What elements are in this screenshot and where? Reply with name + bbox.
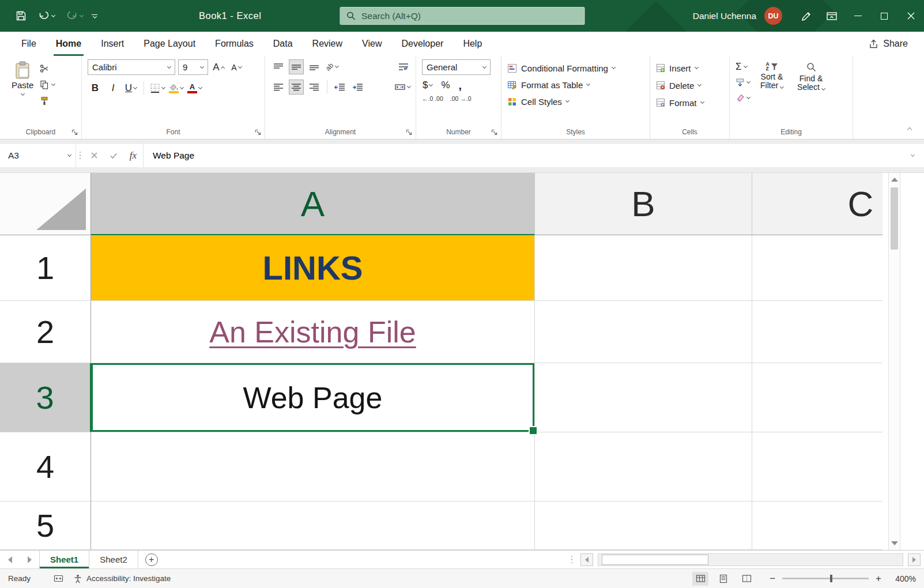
cell-styles-button[interactable]: Cell Styles: [507, 95, 645, 108]
percent-style-button[interactable]: %: [440, 79, 450, 92]
clear-button[interactable]: [736, 92, 750, 104]
borders-button[interactable]: [149, 81, 165, 96]
zoom-in-button[interactable]: +: [876, 573, 881, 585]
scroll-up-icon[interactable]: [891, 178, 898, 182]
cell-A3-active[interactable]: Web Page: [91, 363, 535, 432]
close-button[interactable]: [897, 0, 924, 32]
next-sheet-button[interactable]: [20, 551, 39, 568]
orientation-button[interactable]: ab: [325, 59, 340, 74]
underline-button[interactable]: U: [123, 81, 138, 96]
bold-button[interactable]: B: [88, 81, 103, 96]
column-header-C[interactable]: C: [752, 173, 882, 235]
accounting-format-button[interactable]: $: [422, 79, 433, 92]
tab-page-layout[interactable]: Page Layout: [134, 32, 205, 56]
cut-button[interactable]: [39, 62, 55, 75]
column-header-B[interactable]: B: [535, 173, 752, 235]
insert-cells-button[interactable]: Insert: [656, 62, 725, 74]
horizontal-scroll-left-button[interactable]: [580, 553, 593, 566]
maximize-button[interactable]: [871, 0, 897, 32]
row-header-4[interactable]: 4: [0, 432, 91, 502]
splitter-dots-icon[interactable]: [568, 556, 576, 564]
font-family-combo[interactable]: Calibri: [88, 59, 175, 75]
tab-file[interactable]: File: [12, 32, 46, 56]
cell-C4[interactable]: [752, 432, 882, 502]
number-dialog-launcher[interactable]: [491, 129, 497, 135]
tab-developer[interactable]: Developer: [391, 32, 453, 56]
cell-C3[interactable]: [752, 363, 882, 432]
pen-icon[interactable]: [794, 0, 819, 32]
accessibility-status[interactable]: Accessibility: Investigate: [73, 574, 171, 583]
cell-C5[interactable]: [752, 502, 882, 550]
vertical-scrollbar-thumb[interactable]: [891, 187, 898, 250]
scroll-down-icon[interactable]: [891, 541, 898, 545]
cell-C2[interactable]: [752, 301, 882, 363]
avatar[interactable]: DU: [764, 7, 782, 25]
select-all-corner[interactable]: [0, 173, 91, 235]
minimize-button[interactable]: [844, 0, 871, 32]
redo-button[interactable]: [63, 9, 86, 23]
align-right-button[interactable]: [307, 80, 322, 95]
row-header-2[interactable]: 2: [0, 301, 91, 363]
clipboard-dialog-launcher[interactable]: [71, 129, 78, 135]
zoom-slider[interactable]: [782, 578, 869, 579]
conditional-formatting-button[interactable]: Conditional Formatting: [507, 62, 645, 74]
ribbon-display-options-icon[interactable]: [819, 0, 844, 32]
autosum-button[interactable]: Σ: [736, 61, 750, 73]
wrap-text-button[interactable]: [396, 59, 411, 74]
expand-formula-bar-button[interactable]: [901, 144, 924, 167]
decrease-decimal-button[interactable]: .00 →.0: [450, 95, 472, 102]
collapse-ribbon-button[interactable]: [908, 123, 911, 134]
tab-data[interactable]: Data: [263, 32, 303, 56]
alignment-dialog-launcher[interactable]: [406, 129, 412, 135]
font-color-button[interactable]: A: [187, 81, 202, 96]
increase-decimal-button[interactable]: ←.0 .00: [422, 95, 443, 102]
align-left-button[interactable]: [271, 80, 286, 95]
italic-button[interactable]: I: [105, 81, 120, 96]
tab-review[interactable]: Review: [303, 32, 352, 56]
sheet-tab-sheet1[interactable]: Sheet1: [39, 551, 89, 568]
formula-input-area[interactable]: [143, 144, 901, 167]
bottom-align-button[interactable]: [307, 59, 322, 74]
enter-button[interactable]: [104, 144, 123, 167]
vertical-scrollbar[interactable]: [888, 173, 900, 550]
cell-A4[interactable]: [91, 432, 535, 502]
comma-style-button[interactable]: ,: [458, 79, 463, 92]
insert-function-button[interactable]: fx: [123, 144, 143, 167]
cell-B4[interactable]: [535, 432, 752, 502]
name-box[interactable]: [0, 144, 76, 167]
previous-sheet-button[interactable]: [0, 551, 20, 568]
horizontal-scroll-right-button[interactable]: [908, 553, 921, 566]
cancel-button[interactable]: [84, 144, 104, 167]
format-cells-button[interactable]: Format: [656, 96, 725, 109]
font-size-combo[interactable]: 9: [178, 59, 208, 75]
sheet-tab-sheet2[interactable]: Sheet2: [89, 551, 138, 568]
customize-quick-access-toolbar-button[interactable]: [92, 14, 97, 18]
tab-home[interactable]: Home: [46, 32, 91, 56]
find-select-button[interactable]: Find & Select: [794, 61, 828, 124]
font-dialog-launcher[interactable]: [255, 129, 261, 135]
save-icon[interactable]: [13, 8, 29, 24]
column-header-A[interactable]: A: [91, 173, 535, 235]
formula-input[interactable]: [144, 150, 901, 161]
zoom-level[interactable]: 400%: [888, 574, 916, 583]
normal-view-button[interactable]: [692, 572, 708, 586]
tab-view[interactable]: View: [352, 32, 391, 56]
tab-insert[interactable]: Insert: [91, 32, 134, 56]
copy-button[interactable]: [39, 78, 55, 91]
horizontal-scrollbar[interactable]: [598, 553, 903, 566]
row-header-1[interactable]: 1: [0, 235, 91, 301]
fill-button[interactable]: [736, 76, 750, 89]
search-box[interactable]: [340, 7, 584, 25]
decrease-font-size-button[interactable]: A: [229, 60, 244, 75]
increase-indent-button[interactable]: [350, 80, 365, 95]
format-painter-button[interactable]: [39, 95, 55, 107]
cell-B1[interactable]: [535, 235, 752, 301]
cell-B2[interactable]: [535, 301, 752, 363]
row-header-5[interactable]: 5: [0, 502, 91, 550]
zoom-out-button[interactable]: −: [770, 573, 775, 585]
undo-button[interactable]: [35, 9, 58, 23]
delete-cells-button[interactable]: Delete: [656, 79, 725, 92]
sort-filter-button[interactable]: AZ Sort & Filter: [755, 61, 789, 124]
fill-color-button[interactable]: [168, 81, 184, 96]
horizontal-scrollbar-thumb[interactable]: [602, 555, 708, 565]
